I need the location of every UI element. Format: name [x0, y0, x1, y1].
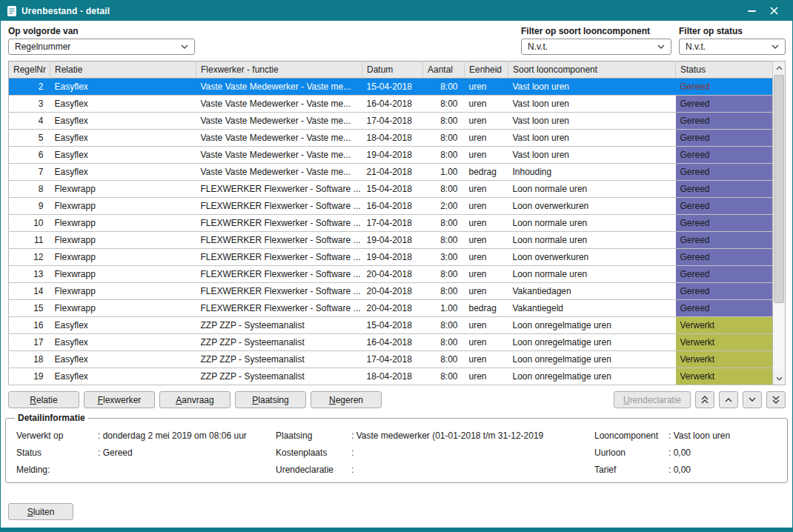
table-row[interactable]: 7EasyflexVaste Vaste Medewerker - Vaste …: [9, 164, 773, 181]
cell-datum: 15-04-2018: [362, 79, 423, 96]
table-row[interactable]: 17EasyflexZZP ZZP - Systeemanalist16-04-…: [9, 334, 773, 351]
cell-aantal: 8:00: [423, 79, 465, 96]
cell-regelnr: 18: [9, 351, 50, 368]
cell-relatie: Easyflex: [50, 334, 196, 351]
table-row[interactable]: 19EasyflexZZP ZZP - Systeemanalist18-04-…: [9, 368, 773, 385]
scroll-up-button[interactable]: [773, 61, 785, 74]
tarief-value: : 0,00: [668, 465, 780, 475]
cell-regelnr: 8: [9, 181, 50, 198]
melding-label: Melding:: [16, 465, 98, 475]
column-header-status[interactable]: Status: [676, 61, 773, 79]
cell-flexwerker: FLEXWERKER Flexwerker - Software ...: [196, 283, 362, 300]
column-header-flexwerker[interactable]: Flexwerker - functie: [196, 61, 362, 79]
cell-regelnr: 7: [9, 164, 50, 181]
cell-eenheid: bedrag: [465, 164, 508, 181]
cell-flexwerker: FLEXWERKER Flexwerker - Software ...: [196, 215, 362, 232]
cell-relatie: Flexwrapp: [50, 283, 196, 300]
vertical-scrollbar[interactable]: [773, 61, 786, 385]
table-row[interactable]: 13FlexwrappFLEXWERKER Flexwerker - Softw…: [9, 266, 773, 283]
cell-flexwerker: Vaste Vaste Medewerker - Vaste me...: [196, 130, 362, 147]
flexwerker-button[interactable]: Flexwerker: [84, 391, 155, 408]
cell-regelnr: 10: [9, 215, 50, 232]
column-header-eenheid[interactable]: Eenheid: [465, 61, 508, 79]
table-row[interactable]: 2EasyflexVaste Vaste Medewerker - Vaste …: [9, 79, 773, 96]
aanvraag-button[interactable]: Aanvraag: [159, 391, 230, 408]
table-row[interactable]: 8FlexwrappFLEXWERKER Flexwerker - Softwa…: [9, 181, 773, 198]
cell-flexwerker: ZZP ZZP - Systeemanalist: [196, 317, 362, 334]
cell-status: Verwerkt: [676, 351, 773, 368]
urendeclaratie-label: Urendeclaratie: [276, 465, 351, 475]
chevron-down-icon: [749, 397, 756, 402]
negeren-button[interactable]: Negeren: [311, 391, 382, 408]
uren-table: RegelNr Relatie Flexwerker - functie Dat…: [8, 61, 773, 385]
close-button[interactable]: [763, 1, 785, 21]
table-row[interactable]: 11FlexwrappFLEXWERKER Flexwerker - Softw…: [9, 232, 773, 249]
scroll-down-button[interactable]: [773, 372, 785, 385]
cell-regelnr: 11: [9, 232, 50, 249]
cell-eenheid: uren: [465, 317, 508, 334]
cell-aantal: 8:00: [423, 113, 465, 130]
last-row-button[interactable]: [766, 391, 786, 408]
table-row[interactable]: 16EasyflexZZP ZZP - Systeemanalist15-04-…: [9, 317, 773, 334]
table-row[interactable]: 5EasyflexVaste Vaste Medewerker - Vaste …: [9, 130, 773, 147]
scrollbar-thumb[interactable]: [774, 75, 784, 303]
column-header-datum[interactable]: Datum: [362, 61, 423, 79]
cell-relatie: Easyflex: [50, 351, 196, 368]
cell-datum: 19-04-2018: [362, 232, 423, 249]
table-row[interactable]: 14FlexwrappFLEXWERKER Flexwerker - Softw…: [9, 283, 773, 300]
cell-aantal: 8:00: [423, 317, 465, 334]
cell-regelnr: 12: [9, 249, 50, 266]
cell-datum: 15-04-2018: [362, 181, 423, 198]
next-row-button[interactable]: [743, 391, 762, 408]
cell-aantal: 8:00: [423, 283, 465, 300]
plaatsing-button[interactable]: Plaatsing: [235, 391, 306, 408]
relatie-button[interactable]: Relatie: [8, 391, 79, 408]
cell-aantal: 8:00: [423, 181, 465, 198]
sort-order-value: Regelnummer: [15, 41, 70, 52]
chevron-down-icon: [776, 376, 783, 381]
previous-row-button[interactable]: [719, 391, 738, 408]
cell-aantal: 8:00: [423, 334, 465, 351]
cell-status: Gereed: [676, 215, 773, 232]
table-row[interactable]: 9FlexwrappFLEXWERKER Flexwerker - Softwa…: [9, 198, 773, 215]
filter-looncomponent-combobox[interactable]: N.v.t.: [521, 39, 671, 55]
column-header-regelnr[interactable]: RegelNr: [9, 61, 50, 79]
cell-aantal: 1.00: [423, 300, 465, 317]
cell-status: Gereed: [676, 113, 773, 130]
table-row[interactable]: 10FlexwrappFLEXWERKER Flexwerker - Softw…: [9, 215, 773, 232]
filter-status-combobox[interactable]: N.v.t.: [679, 39, 786, 55]
cell-eenheid: uren: [465, 283, 508, 300]
cell-eenheid: uren: [465, 249, 508, 266]
table-row[interactable]: 18EasyflexZZP ZZP - Systeemanalist17-04-…: [9, 351, 773, 368]
plaatsing-label: Plaatsing: [276, 430, 351, 441]
uren-table-area: RegelNr Relatie Flexwerker - functie Dat…: [1, 61, 792, 385]
column-header-relatie[interactable]: Relatie: [50, 61, 196, 79]
table-row[interactable]: 3EasyflexVaste Vaste Medewerker - Vaste …: [9, 96, 773, 113]
cell-looncomponent: Loon onregelmatige uren: [508, 351, 676, 368]
first-row-button[interactable]: [695, 391, 714, 408]
column-header-looncomponent[interactable]: Soort looncomponent: [508, 61, 676, 79]
table-row[interactable]: 4EasyflexVaste Vaste Medewerker - Vaste …: [9, 113, 773, 130]
column-header-aantal[interactable]: Aantal: [423, 61, 465, 79]
kostenplaats-label: Kostenplaats: [276, 448, 351, 458]
cell-datum: 17-04-2018: [362, 215, 423, 232]
urendeclaratie-button[interactable]: Urendeclaratie: [614, 391, 691, 408]
filter-looncomponent-value: N.v.t.: [528, 41, 548, 52]
cell-status: Gereed: [676, 79, 773, 96]
table-row[interactable]: 12FlexwrappFLEXWERKER Flexwerker - Softw…: [9, 249, 773, 266]
verwerkt-op-value: : donderdag 2 mei 2019 om 08:06 uur: [98, 430, 276, 441]
minimize-button[interactable]: [740, 1, 763, 21]
cell-status: Verwerkt: [676, 368, 773, 385]
sluiten-button[interactable]: Sluiten: [8, 503, 73, 520]
cell-flexwerker: ZZP ZZP - Systeemanalist: [196, 334, 362, 351]
cell-regelnr: 16: [9, 317, 50, 334]
table-row[interactable]: 6EasyflexVaste Vaste Medewerker - Vaste …: [9, 147, 773, 164]
cell-looncomponent: Vast loon uren: [508, 113, 676, 130]
looncomponent-value: : Vast loon uren: [668, 430, 780, 441]
table-row[interactable]: 15FlexwrappFLEXWERKER Flexwerker - Softw…: [9, 300, 773, 317]
cell-relatie: Easyflex: [50, 368, 196, 385]
scrollbar-track[interactable]: [773, 74, 785, 372]
cell-status: Gereed: [676, 198, 773, 215]
cell-aantal: 8:00: [423, 147, 465, 164]
sort-order-combobox[interactable]: Regelnummer: [8, 39, 195, 55]
